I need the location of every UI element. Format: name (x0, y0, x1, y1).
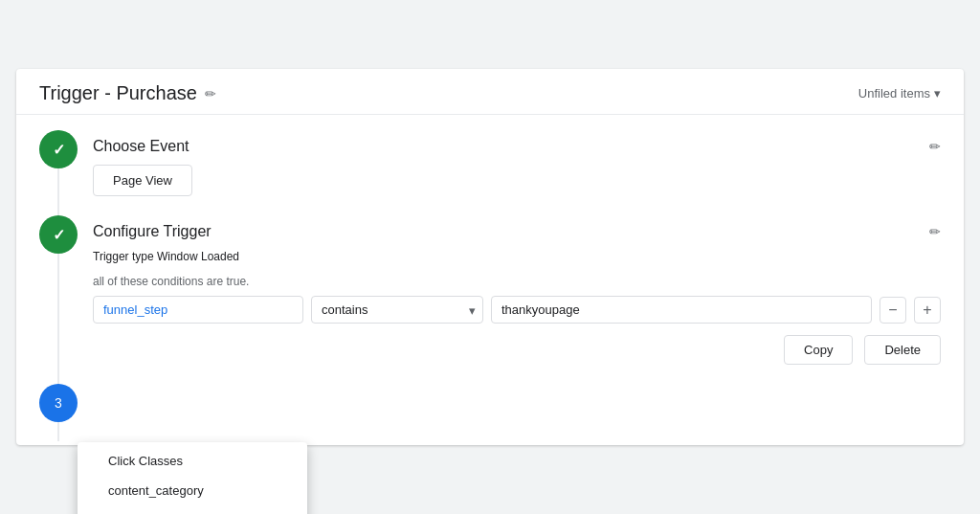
condition-operator-select[interactable]: contains equals starts with ends with (311, 296, 483, 324)
step-1-row: Choose Event Page View (39, 130, 941, 196)
step-1-circle (39, 130, 78, 168)
unfiled-items-button[interactable]: Unfiled items (858, 86, 941, 101)
title-edit-icon[interactable] (205, 85, 216, 102)
conditions-text: all of these conditions are true. (93, 275, 941, 288)
step-2-check-icon (53, 225, 65, 245)
top-bar: Trigger - Purchase Unfiled items (16, 69, 964, 115)
step-1-check-icon (53, 140, 65, 160)
step-3-row: 3 (39, 384, 941, 422)
dropdown-item-content-category[interactable]: content_category (78, 476, 307, 505)
step-2-row: Configure Trigger Trigger type Window Lo… (39, 215, 941, 365)
page-view-button[interactable]: Page View (93, 165, 192, 196)
add-condition-button[interactable]: + (914, 297, 941, 324)
step-3-content (93, 384, 941, 391)
condition-value-input[interactable] (491, 296, 872, 324)
trigger-title-text: Trigger - Purchase (39, 82, 197, 104)
step-2-circle (39, 215, 78, 254)
condition-row: funnel_step contains equals starts with … (93, 296, 941, 324)
step-1-title: Choose Event (93, 138, 941, 155)
dropdown-item-click-classes[interactable]: Click Classes (78, 446, 307, 476)
remove-condition-button[interactable]: − (880, 297, 906, 324)
step-1-content: Choose Event Page View (93, 130, 941, 196)
content-area: Choose Event Page View Configure Trigger… (16, 115, 964, 445)
step-2-edit-icon[interactable] (929, 223, 941, 240)
dropdown-item-content-ids[interactable]: content_ids (78, 505, 307, 514)
step-2-title: Configure Trigger (93, 223, 941, 240)
unfiled-chevron-icon (934, 86, 941, 101)
trigger-type-text: Trigger type Window Loaded (93, 250, 941, 263)
copy-button[interactable]: Copy (784, 335, 853, 365)
step-1-edit-icon[interactable] (929, 138, 941, 155)
actions-row: Copy Delete (93, 335, 941, 365)
step-2-content: Configure Trigger Trigger type Window Lo… (93, 215, 941, 365)
main-container: Trigger - Purchase Unfiled items Choose … (16, 69, 964, 445)
variable-dropdown-menu: Click Classes content_category content_i… (78, 442, 307, 514)
step-3-circle: 3 (39, 384, 78, 422)
delete-button[interactable]: Delete (864, 335, 941, 365)
condition-variable-dropdown[interactable]: funnel_step (93, 296, 303, 324)
page-title: Trigger - Purchase (39, 82, 216, 104)
condition-operator-wrapper: contains equals starts with ends with (311, 296, 483, 324)
